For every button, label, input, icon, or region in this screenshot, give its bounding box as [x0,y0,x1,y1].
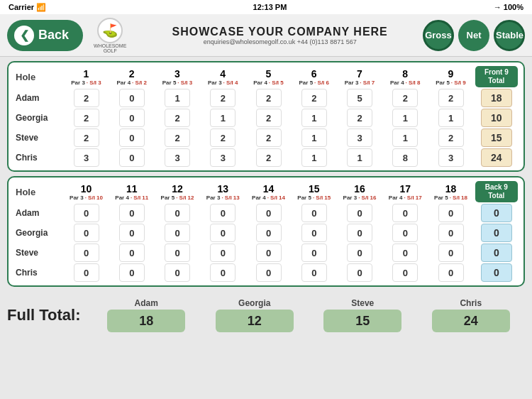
score-cell-georgia-hole-8[interactable]: 1 [382,108,428,128]
hole-17-header: 17 Par 4 · S/I 17 [382,180,428,203]
score-cell-georgia-hole-3[interactable]: 2 [155,108,200,128]
front9-total-header: Front 9Total [474,65,519,88]
score-cell-georgia-hole-8[interactable]: 0 [382,223,428,243]
score-cell-chris-hole-3[interactable]: 0 [155,263,200,283]
score-cell-steve-hole-8[interactable]: 0 [382,243,428,263]
player-name-steve: Steve [13,128,63,148]
score-cell-chris-hole-4[interactable]: 3 [200,148,245,168]
score-cell-georgia-hole-6[interactable]: 1 [292,108,337,128]
score-cell-adam-hole-7[interactable]: 5 [337,88,382,108]
score-cell-steve-hole-4[interactable]: 2 [200,128,245,148]
stable-button[interactable]: Stable [494,20,525,51]
score-cell-georgia-hole-9[interactable]: 0 [428,223,473,243]
total-cell-georgia: 0 [474,223,519,243]
full-total-value-georgia: 12 [216,310,294,332]
net-button[interactable]: Net [458,20,489,51]
score-cell-adam-hole-9[interactable]: 0 [428,203,473,223]
score-cell-chris-hole-2[interactable]: 0 [109,148,155,168]
score-cell-georgia-hole-1[interactable]: 0 [63,223,109,243]
score-cell-georgia-hole-2[interactable]: 0 [109,223,155,243]
score-cell-steve-hole-5[interactable]: 2 [245,128,291,148]
score-cell-adam-hole-4[interactable]: 0 [200,203,245,223]
gross-button[interactable]: Gross [423,20,454,51]
back-label: Back [38,28,69,43]
score-cell-steve-hole-8[interactable]: 1 [382,128,428,148]
score-cell-steve-hole-6[interactable]: 1 [292,128,337,148]
score-cell-georgia-hole-4[interactable]: 0 [200,223,245,243]
score-cell-adam-hole-6[interactable]: 0 [292,203,337,223]
time-label: 12:13 PM [253,3,287,11]
hole-15-header: 15 Par 5 · S/I 15 [292,180,337,203]
score-cell-georgia-hole-1[interactable]: 2 [63,108,109,128]
score-cell-chris-hole-6[interactable]: 1 [292,148,337,168]
score-cell-steve-hole-7[interactable]: 0 [337,243,382,263]
score-cell-chris-hole-8[interactable]: 8 [382,148,428,168]
table-row: Adam20122252218 [13,88,519,108]
score-cell-steve-hole-2[interactable]: 0 [109,243,155,263]
total-cell-georgia: 10 [474,108,519,128]
full-total-player-georgia: Georgia 12 [201,298,309,332]
score-cell-georgia-hole-4[interactable]: 1 [200,108,245,128]
score-cell-adam-hole-7[interactable]: 0 [337,203,382,223]
total-cell-adam: 18 [474,88,519,108]
score-cell-chris-hole-5[interactable]: 2 [245,148,291,168]
score-cell-chris-hole-2[interactable]: 0 [109,263,155,283]
score-cell-steve-hole-9[interactable]: 0 [428,243,473,263]
score-cell-chris-hole-1[interactable]: 3 [63,148,109,168]
full-total-value-chris: 24 [432,310,510,332]
score-cell-steve-hole-7[interactable]: 3 [337,128,382,148]
score-cell-steve-hole-1[interactable]: 2 [63,128,109,148]
score-cell-adam-hole-1[interactable]: 0 [63,203,109,223]
total-cell-adam: 0 [474,203,519,223]
score-cell-steve-hole-1[interactable]: 0 [63,243,109,263]
score-cell-chris-hole-6[interactable]: 0 [292,263,337,283]
score-cell-adam-hole-3[interactable]: 1 [155,88,200,108]
front9-scorecard: Hole 1 Par 3 · S/I 3 2 Par 4 · S/I 2 3 P… [7,61,525,172]
score-cell-steve-hole-2[interactable]: 0 [109,128,155,148]
score-cell-chris-hole-4[interactable]: 0 [200,263,245,283]
score-cell-georgia-hole-2[interactable]: 0 [109,108,155,128]
score-cell-georgia-hole-5[interactable]: 2 [245,108,291,128]
score-cell-steve-hole-3[interactable]: 2 [155,128,200,148]
score-cell-adam-hole-5[interactable]: 0 [245,203,291,223]
score-cell-adam-hole-3[interactable]: 0 [155,203,200,223]
score-cell-chris-hole-9[interactable]: 3 [428,148,473,168]
score-cell-adam-hole-9[interactable]: 2 [428,88,473,108]
back-button[interactable]: ❮ Back [7,20,83,51]
full-total-player-chris: Chris 24 [417,298,526,332]
score-cell-georgia-hole-5[interactable]: 0 [245,223,291,243]
score-cell-steve-hole-3[interactable]: 0 [155,243,200,263]
score-cell-adam-hole-6[interactable]: 2 [292,88,337,108]
score-cell-adam-hole-8[interactable]: 0 [382,203,428,223]
score-cell-adam-hole-4[interactable]: 2 [200,88,245,108]
main-content: Hole 1 Par 3 · S/I 3 2 Par 4 · S/I 2 3 P… [0,57,532,295]
score-cell-chris-hole-5[interactable]: 0 [245,263,291,283]
score-cell-adam-hole-2[interactable]: 0 [109,203,155,223]
score-cell-adam-hole-8[interactable]: 2 [382,88,428,108]
back9-scorecard: Hole 10 Par 3 · S/I 10 11 Par 4 · S/I 11… [7,176,525,287]
score-cell-georgia-hole-9[interactable]: 1 [428,108,473,128]
hole-2-header: 2 Par 4 · S/I 2 [109,65,155,88]
hole-9-header: 9 Par 5 · S/I 9 [428,65,473,88]
score-cell-steve-hole-4[interactable]: 0 [200,243,245,263]
score-cell-georgia-hole-7[interactable]: 2 [337,108,382,128]
score-cell-chris-hole-1[interactable]: 0 [63,263,109,283]
score-cell-adam-hole-2[interactable]: 0 [109,88,155,108]
score-cell-georgia-hole-7[interactable]: 0 [337,223,382,243]
score-cell-georgia-hole-3[interactable]: 0 [155,223,200,243]
score-cell-chris-hole-7[interactable]: 1 [337,148,382,168]
table-row: Chris30332118324 [13,148,519,168]
score-cell-adam-hole-5[interactable]: 2 [245,88,291,108]
company-info: SHOWCASE YOUR COMPANY HERE enquiries@who… [137,26,423,45]
score-cell-georgia-hole-6[interactable]: 0 [292,223,337,243]
score-cell-chris-hole-3[interactable]: 3 [155,148,200,168]
score-cell-chris-hole-8[interactable]: 0 [382,263,428,283]
score-cell-chris-hole-7[interactable]: 0 [337,263,382,283]
score-cell-adam-hole-1[interactable]: 2 [63,88,109,108]
hole-13-header: 13 Par 3 · S/I 13 [200,180,245,203]
score-cell-chris-hole-9[interactable]: 0 [428,263,473,283]
full-total-player-steve: Steve 15 [309,298,417,332]
score-cell-steve-hole-5[interactable]: 0 [245,243,291,263]
score-cell-steve-hole-6[interactable]: 0 [292,243,337,263]
score-cell-steve-hole-9[interactable]: 2 [428,128,473,148]
